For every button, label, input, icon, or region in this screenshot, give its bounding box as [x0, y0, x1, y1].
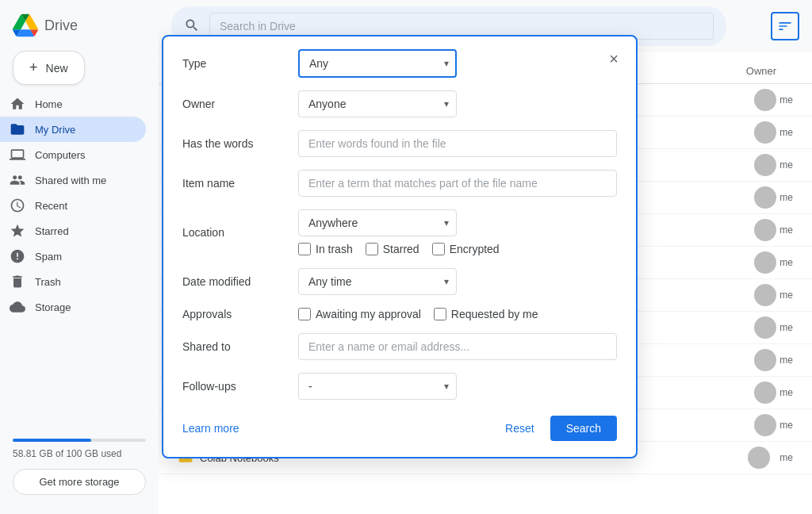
storage-text: 58.81 GB of 100 GB used [13, 448, 146, 459]
owner-me-label: me [779, 452, 793, 463]
storage-bar-bg [13, 439, 146, 442]
avatar [754, 121, 776, 144]
sidebar-nav: Home My Drive Computers Shared with me R… [0, 91, 159, 320]
owner-me-label: me [779, 355, 793, 366]
date-modified-control: Any time Today Yesterday Last 7 days Las… [298, 268, 617, 295]
type-select[interactable]: Any Documents Spreadsheets Presentations… [298, 49, 457, 78]
sidebar-item-my-drive[interactable]: My Drive [0, 117, 146, 142]
sidebar-recent-label: Recent [35, 200, 67, 212]
in-trash-checkbox-label[interactable]: In trash [298, 243, 353, 255]
avatar [754, 414, 776, 436]
owner-control: Anyone Me Not me Specific person... ▾ [298, 90, 617, 117]
reset-button[interactable]: Reset [496, 416, 544, 441]
avatar [754, 219, 776, 241]
avatar [754, 382, 776, 404]
date-modified-row: Date modified Any time Today Yesterday L… [182, 268, 617, 295]
search-button[interactable]: Search [550, 416, 617, 441]
sidebar-item-storage[interactable]: Storage [0, 294, 146, 320]
follow-ups-row: Follow-ups - Action items Suggestions ▾ [182, 373, 617, 400]
shared-to-label: Shared to [182, 340, 285, 353]
get-more-storage-button[interactable]: Get more storage [13, 469, 146, 495]
learn-more-link[interactable]: Learn more [182, 422, 239, 435]
type-label: Type [182, 57, 285, 70]
home-icon [10, 96, 25, 112]
sidebar-item-home[interactable]: Home [0, 91, 146, 117]
avatar [754, 284, 776, 306]
location-select[interactable]: Anywhere My Drive Shared drives Shared w… [298, 209, 457, 236]
sidebar-item-trash[interactable]: Trash [0, 269, 146, 294]
date-modified-label: Date modified [182, 275, 285, 288]
people-icon [10, 172, 25, 188]
location-row: Location Anywhere My Drive Shared drives… [182, 209, 617, 255]
awaiting-approval-checkbox[interactable] [298, 308, 311, 320]
sidebar-item-recent[interactable]: Recent [0, 193, 146, 218]
item-name-row: Item name [182, 170, 617, 197]
avatar [754, 186, 776, 209]
sidebar-computers-label: Computers [35, 149, 86, 161]
has-words-row: Has the words [182, 130, 617, 157]
dialog-footer: Learn more Reset Search [182, 416, 617, 441]
has-words-input[interactable] [298, 130, 617, 157]
sidebar: Drive + New Home My Drive Computers [0, 0, 159, 514]
sidebar-item-starred[interactable]: Starred [0, 218, 146, 244]
awaiting-approval-checkbox-label[interactable]: Awaiting my approval [298, 308, 421, 320]
type-row: Type Any Documents Spreadsheets Presenta… [182, 49, 617, 78]
storage-bar-fill [13, 439, 91, 442]
requested-by-me-checkbox[interactable] [434, 308, 446, 320]
warning-icon [10, 248, 25, 264]
main-content: Owner me me me me me me me [159, 0, 812, 514]
date-modified-select[interactable]: Any time Today Yesterday Last 7 days Las… [298, 268, 457, 295]
owner-me-label: me [779, 94, 793, 105]
sidebar-home-label: Home [35, 98, 63, 110]
approvals-checkboxes: Awaiting my approval Requested by me [298, 308, 617, 320]
cloud-icon [10, 299, 25, 315]
encrypted-checkbox[interactable] [432, 243, 445, 255]
app-logo-area: Drive [0, 6, 159, 51]
has-words-control [298, 130, 617, 157]
approvals-control: Awaiting my approval Requested by me [298, 308, 617, 320]
awaiting-approval-label: Awaiting my approval [316, 308, 421, 320]
new-button[interactable]: + New [13, 51, 85, 85]
sidebar-item-spam[interactable]: Spam [0, 244, 146, 269]
encrypted-checkbox-label[interactable]: Encrypted [432, 243, 500, 255]
close-button[interactable]: × [601, 46, 626, 71]
search-icon [184, 17, 200, 36]
encrypted-label: Encrypted [450, 243, 500, 255]
sidebar-storage-label: Storage [35, 301, 71, 313]
footer-right: Reset Search [496, 416, 617, 441]
avatar [754, 251, 776, 274]
avatar [754, 89, 776, 111]
owner-select[interactable]: Anyone Me Not me Specific person... [298, 90, 457, 117]
sidebar-item-computers[interactable]: Computers [0, 142, 146, 167]
avatar [754, 316, 776, 339]
monitor-icon [10, 147, 25, 163]
sidebar-item-shared[interactable]: Shared with me [0, 167, 146, 193]
star-icon [10, 223, 25, 239]
location-label: Location [182, 226, 285, 239]
owner-me-label: me [779, 420, 793, 431]
avatar [754, 154, 776, 176]
requested-by-me-checkbox-label[interactable]: Requested by me [434, 308, 538, 320]
owner-label: Owner [182, 98, 285, 110]
owner-me-label: me [779, 159, 793, 171]
app-title: Drive [44, 17, 78, 34]
starred-checkbox[interactable] [366, 243, 378, 255]
has-words-label: Has the words [182, 137, 285, 150]
owner-me-label: me [779, 257, 793, 268]
filter-options-button[interactable] [771, 12, 799, 40]
plus-icon: + [29, 59, 38, 76]
item-name-input[interactable] [298, 170, 617, 197]
clock-icon [10, 198, 25, 213]
starred-checkbox-label[interactable]: Starred [366, 243, 419, 255]
avatar [754, 349, 776, 371]
shared-to-control [298, 333, 617, 360]
owner-me-label: me [779, 387, 793, 398]
owner-me-label: me [779, 290, 793, 301]
owner-me-label: me [779, 192, 793, 203]
shared-to-input[interactable] [298, 333, 617, 360]
in-trash-checkbox[interactable] [298, 243, 311, 255]
follow-ups-select[interactable]: - Action items Suggestions [298, 373, 457, 400]
owner-me-label: me [779, 224, 793, 236]
new-button-label: New [46, 62, 68, 75]
filter-dialog: × Type Any Documents Spreadsheets Presen… [162, 35, 638, 458]
